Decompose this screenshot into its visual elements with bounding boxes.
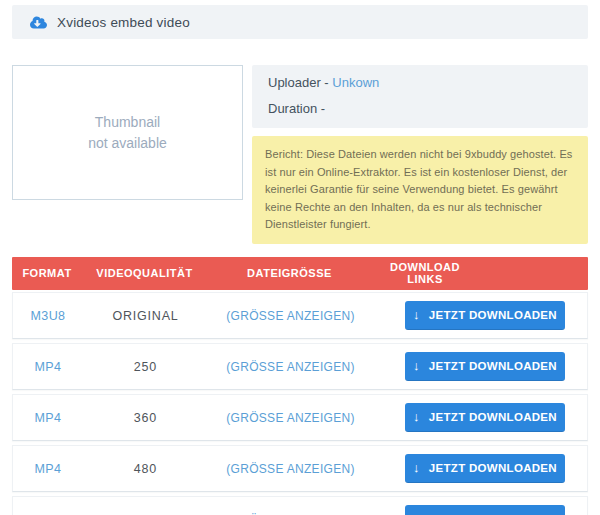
page-title: Xvideos embed video xyxy=(57,15,190,30)
page: Xvideos embed video Thumbnail not availa… xyxy=(0,0,600,515)
download-button[interactable]: ↓ JETZT DOWNLOADEN xyxy=(405,454,565,483)
download-arrow-icon: ↓ xyxy=(413,409,420,424)
column-header-filesize: DATEIGRÖSSE xyxy=(207,267,372,279)
show-size-link[interactable]: (GRÖSSE ANZEIGEN) xyxy=(226,309,354,323)
quality-value: ORIGINAL xyxy=(112,309,178,323)
column-header-format: FORMAT xyxy=(12,267,82,279)
uploader-label: Uploader - xyxy=(268,75,329,90)
download-button-label: JETZT DOWNLOADEN xyxy=(429,462,557,474)
cloud-download-icon xyxy=(30,14,47,31)
thumbnail-text-line1: Thumbnail xyxy=(95,112,160,133)
download-button[interactable]: ↓ JETZT DOWNLOADEN xyxy=(405,505,565,515)
download-arrow-icon: ↓ xyxy=(413,358,420,373)
download-table: FORMAT VIDEOQUALITÄT DATEIGRÖSSE DOWNLOA… xyxy=(12,257,588,515)
format-link[interactable]: M3U8 xyxy=(31,309,66,323)
table-header-row: FORMAT VIDEOQUALITÄT DATEIGRÖSSE DOWNLOA… xyxy=(12,257,588,290)
table-row: M3U8 ORIGINAL (GRÖSSE ANZEIGEN) ↓ JETZT … xyxy=(12,292,588,339)
format-link[interactable]: MP4 xyxy=(35,462,62,476)
download-button-label: JETZT DOWNLOADEN xyxy=(429,309,557,321)
thumbnail-text-line2: not available xyxy=(88,133,167,154)
show-size-link[interactable]: (GRÖSSE ANZEIGEN) xyxy=(226,360,354,374)
show-size-link[interactable]: (GRÖSSE ANZEIGEN) xyxy=(226,411,354,425)
table-row: MP4 360 (GRÖSSE ANZEIGEN) ↓ JETZT DOWNLO… xyxy=(12,394,588,441)
format-link[interactable]: MP4 xyxy=(35,360,62,374)
download-arrow-icon: ↓ xyxy=(413,511,420,515)
column-header-videoquality: VIDEOQUALITÄT xyxy=(82,267,207,279)
table-row: MP4 720 (GRÖSSE ANZEIGEN) ↓ JETZT DOWNLO… xyxy=(12,496,588,515)
uploader-link[interactable]: Unkown xyxy=(332,75,379,90)
quality-value: 250 xyxy=(134,360,157,374)
table-row: MP4 480 (GRÖSSE ANZEIGEN) ↓ JETZT DOWNLO… xyxy=(12,445,588,492)
format-link[interactable]: MP4 xyxy=(35,411,62,425)
download-button-label: JETZT DOWNLOADEN xyxy=(429,360,557,372)
quality-value: 480 xyxy=(134,462,157,476)
page-header: Xvideos embed video xyxy=(12,5,588,39)
uploader-line: Uploader - Unkown xyxy=(268,73,572,93)
download-arrow-icon: ↓ xyxy=(413,460,420,475)
download-button-label: JETZT DOWNLOADEN xyxy=(429,411,557,423)
media-info-column: Uploader - Unkown Duration - Bericht: Di… xyxy=(252,65,588,244)
media-section: Thumbnail not available Uploader - Unkow… xyxy=(12,65,588,244)
table-row: MP4 250 (GRÖSSE ANZEIGEN) ↓ JETZT DOWNLO… xyxy=(12,343,588,390)
column-header-download-links: DOWNLOAD LINKS xyxy=(372,261,588,285)
download-button[interactable]: ↓ JETZT DOWNLOADEN xyxy=(405,352,565,381)
thumbnail-placeholder: Thumbnail not available xyxy=(12,65,243,200)
download-button[interactable]: ↓ JETZT DOWNLOADEN xyxy=(405,301,565,330)
quality-value: 360 xyxy=(134,411,157,425)
download-arrow-icon: ↓ xyxy=(413,307,420,322)
download-button[interactable]: ↓ JETZT DOWNLOADEN xyxy=(405,403,565,432)
show-size-link[interactable]: (GRÖSSE ANZEIGEN) xyxy=(226,462,354,476)
duration-line: Duration - xyxy=(268,99,572,119)
hosting-disclaimer: Bericht: Diese Dateien werden nicht bei … xyxy=(252,136,588,244)
video-info-panel: Uploader - Unkown Duration - xyxy=(252,65,588,128)
